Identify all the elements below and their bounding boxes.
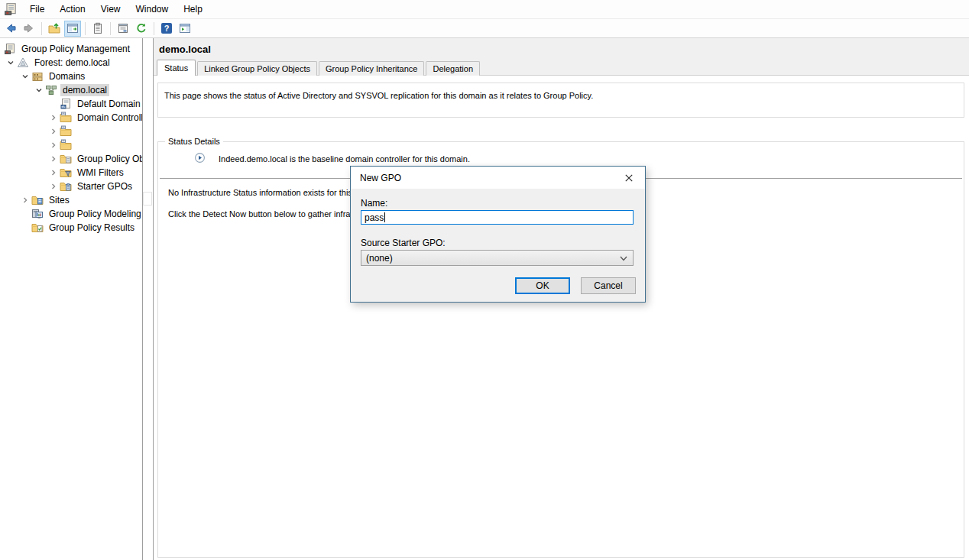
tree-item-label: Group Policy Results (47, 222, 137, 234)
tree-item-ou[interactable] (0, 125, 142, 138)
properties-icon[interactable] (115, 21, 131, 37)
show-action-pane-icon[interactable] (177, 21, 193, 37)
tree-item-label: Starter GPOs (75, 180, 134, 193)
tab-strip: Status Linked Group Policy Objects Group… (157, 60, 481, 76)
dialog-title: New GPO (351, 173, 401, 183)
tree-item-domain-controllers[interactable]: Domain Controllers (0, 111, 142, 125)
show-console-tree-icon[interactable] (64, 21, 81, 37)
tree-item-starter-gpos[interactable]: Starter GPOs (0, 180, 142, 193)
results-header: demo.local Status Linked Group Policy Ob… (154, 38, 969, 76)
toolbar-separator (85, 22, 86, 35)
tab-group-policy-inheritance[interactable]: Group Policy Inheritance (319, 61, 424, 76)
refresh-icon[interactable] (133, 21, 150, 37)
source-starter-gpo-value: (none) (366, 253, 393, 264)
tree-item-label: Group Policy Modeling (47, 208, 142, 220)
tab-status[interactable]: Status (157, 60, 196, 76)
tree-item-label: Default Domain Policy (75, 98, 142, 110)
chevron-down-icon (620, 256, 627, 261)
source-starter-gpo-label: Source Starter GPO: (361, 238, 446, 248)
tree-item-forest[interactable]: Forest: demo.local (0, 56, 142, 70)
folder-sites-icon (31, 194, 44, 206)
name-label: Name: (361, 198, 387, 209)
status-details-legend: Status Details (165, 137, 223, 146)
toolbar-separator (110, 22, 111, 35)
dialog-body: Name: pass Source Starter GPO: (none) OK… (351, 189, 645, 302)
toolbar-separator (154, 22, 154, 35)
forward-icon[interactable] (21, 21, 37, 37)
help-icon[interactable] (158, 21, 175, 37)
tree-item-group-policy-results[interactable]: Group Policy Results (0, 221, 142, 235)
circle-play-icon[interactable] (194, 152, 206, 163)
gpo-name-input[interactable]: pass (361, 210, 634, 225)
pane-splitter[interactable] (143, 192, 152, 206)
modeling-icon (31, 208, 44, 220)
clipboard-icon[interactable] (89, 21, 106, 37)
cancel-button[interactable]: Cancel (581, 277, 636, 294)
tree-item-label (75, 144, 79, 146)
menu-help[interactable]: Help (176, 2, 210, 17)
dialog-titlebar[interactable]: New GPO (351, 167, 645, 189)
toolbar (0, 19, 969, 38)
chevron-right-icon[interactable] (47, 139, 60, 151)
tree-item-label: WMI Filters (75, 167, 126, 179)
page-title: demo.local (159, 44, 211, 55)
forest-icon (17, 57, 29, 69)
tree-item-label: Domain Controllers (75, 112, 142, 124)
tree-item-label (75, 131, 79, 132)
tree-item-group-policy-management[interactable]: Group Policy Management (0, 42, 142, 56)
status-description-text: This page shows the status of Active Dir… (158, 83, 964, 108)
folder-wmi-icon (60, 167, 72, 179)
gpmc-scroll-icon (4, 2, 18, 16)
menu-view[interactable]: View (93, 2, 128, 17)
domain-icon (45, 84, 57, 96)
up-one-level-icon[interactable] (46, 21, 63, 37)
close-icon[interactable] (613, 167, 645, 189)
tab-linked-group-policy-objects[interactable]: Linked Group Policy Objects (197, 61, 317, 76)
new-gpo-dialog: New GPO Name: pass Source Starter GPO: (… (350, 166, 646, 303)
gpo-name-value: pass (365, 212, 384, 223)
chevron-down-icon[interactable] (19, 70, 31, 83)
toolbar-separator (41, 22, 42, 35)
console-tree: Group Policy Management Forest: demo.loc… (0, 38, 143, 560)
ok-button[interactable]: OK (515, 277, 570, 294)
gpmc-scroll-icon (4, 43, 16, 55)
tree-item-label: Forest: demo.local (32, 57, 112, 69)
chevron-down-icon[interactable] (5, 57, 17, 69)
source-starter-gpo-select[interactable]: (none) (361, 250, 634, 266)
folder-gpo-icon (60, 153, 72, 165)
folder-starter-icon (60, 180, 72, 193)
tree-item-group-policy-modeling[interactable]: Group Policy Modeling (0, 207, 142, 221)
baseline-status-text: Indeed.demo.local is the baseline domain… (219, 154, 470, 163)
tree-item-sites[interactable]: Sites (0, 193, 142, 207)
folder-results-icon (31, 222, 44, 234)
chevron-right-icon[interactable] (47, 112, 60, 124)
chevron-right-icon[interactable] (47, 180, 60, 193)
chevron-right-icon[interactable] (47, 153, 60, 165)
menu-window[interactable]: Window (128, 2, 177, 17)
domains-icon (31, 70, 44, 83)
ou-folder-icon (60, 139, 72, 151)
text-caret (384, 212, 385, 222)
tree-item-demo-local[interactable]: demo.local (0, 83, 142, 97)
chevron-right-icon[interactable] (47, 167, 60, 179)
tree-item-domains[interactable]: Domains (0, 70, 142, 83)
tree-item-default-domain-policy[interactable]: Default Domain Policy (0, 97, 142, 111)
tree-item-group-policy-objects[interactable]: Group Policy Objects (0, 152, 142, 166)
menu-action[interactable]: Action (52, 2, 92, 17)
tree-item-ou[interactable] (0, 138, 142, 152)
chevron-right-icon[interactable] (19, 194, 31, 206)
tree-item-wmi-filters[interactable]: WMI Filters (0, 166, 142, 180)
chevron-right-icon[interactable] (47, 125, 60, 138)
ou-folder-icon (60, 125, 72, 138)
ou-folder-icon (60, 112, 72, 124)
gpo-icon (60, 98, 72, 110)
tree-item-label-selected: demo.local (60, 84, 109, 96)
menu-bar: File Action View Window Help (0, 0, 969, 19)
tree-item-label: Domains (47, 70, 87, 83)
tree-item-label: Sites (47, 194, 72, 206)
tab-delegation[interactable]: Delegation (426, 61, 480, 76)
chevron-down-icon[interactable] (33, 84, 45, 96)
back-icon[interactable] (2, 21, 19, 37)
tree-item-label: Group Policy Management (19, 43, 132, 55)
menu-file[interactable]: File (22, 2, 52, 17)
